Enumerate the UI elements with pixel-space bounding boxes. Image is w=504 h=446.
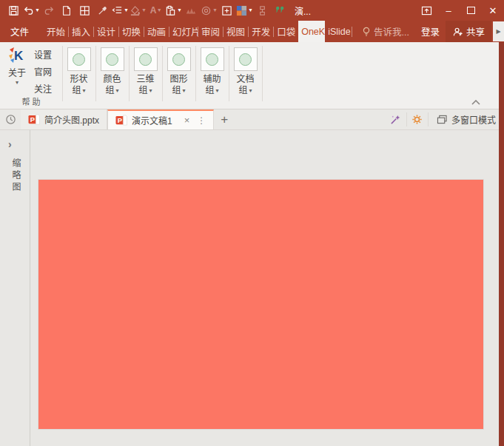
- history-icon[interactable]: [0, 109, 21, 129]
- font-color-icon: A ▾: [147, 0, 164, 21]
- ppt-file-icon: P: [28, 114, 40, 125]
- document-group-button[interactable]: 文档 组▾: [229, 42, 262, 109]
- thumbnail-pane-label[interactable]: 缩略图: [10, 158, 22, 194]
- official-site-link[interactable]: 官网: [34, 63, 52, 80]
- follow-link[interactable]: 关注: [34, 80, 52, 97]
- about-dropdown-icon: ▾: [16, 80, 19, 86]
- new-file-icon[interactable]: [58, 0, 75, 21]
- quotes-icon[interactable]: [271, 0, 289, 21]
- tab-scroll-right-button[interactable]: ▶: [493, 21, 504, 41]
- ribbon-panel: K 关于 ▾ 设置 官网 关注 帮 助 形状 组▾ 颜色 组▾: [0, 42, 504, 109]
- new-tab-button[interactable]: +: [214, 109, 235, 129]
- tab-row-right: 告诉我... 登录 共享 ▶: [356, 21, 504, 42]
- dropdown-icon: ▾: [116, 85, 119, 96]
- dropdown-icon: ▾: [83, 85, 86, 96]
- collapse-ribbon-icon[interactable]: [470, 98, 482, 107]
- windows-icon: [437, 115, 448, 124]
- circle-icon: [206, 53, 218, 66]
- grid-view-icon[interactable]: [75, 0, 93, 21]
- tab-islide[interactable]: iSlide: [325, 21, 352, 42]
- circle-icon: [139, 53, 152, 66]
- dropdown-icon: ▾: [149, 85, 152, 96]
- tab-home[interactable]: 开始: [44, 21, 68, 42]
- slide-canvas[interactable]: [38, 180, 483, 429]
- circle-tool-icon: ▾: [200, 0, 218, 21]
- circle-icon: [106, 53, 118, 66]
- doc-tab-presentation1[interactable]: P 演示文稿1 × ⋮: [107, 109, 214, 129]
- theme-colors-dropdown-icon[interactable]: ▾: [249, 7, 252, 13]
- minimize-button[interactable]: –: [437, 0, 460, 21]
- close-tab-icon[interactable]: ×: [184, 115, 190, 125]
- paste-icon[interactable]: ▾: [164, 0, 182, 21]
- save-icon[interactable]: [4, 0, 22, 21]
- eyedropper-icon[interactable]: [93, 0, 111, 21]
- colors-group-button[interactable]: 颜色 组▾: [95, 42, 129, 109]
- tab-design[interactable]: 设计: [94, 21, 118, 42]
- tab-file[interactable]: 文件: [0, 21, 39, 42]
- fill-color-dropdown-icon: ▾: [142, 7, 145, 13]
- undo-dropdown-icon[interactable]: ▾: [36, 7, 38, 13]
- quick-access-toolbar: ▾ ▾ ▾ A ▾: [0, 0, 289, 21]
- doc-tab-intro[interactable]: P 简介头图.pptx: [21, 109, 107, 129]
- gear-icon[interactable]: [407, 109, 428, 129]
- circle-icon: [239, 53, 252, 66]
- right-edge-strip: [499, 42, 504, 446]
- title-bar: ▾ ▾ ▾ A ▾: [0, 0, 504, 21]
- fill-color-icon: ▾: [129, 0, 147, 21]
- tab-insert[interactable]: 插入: [69, 21, 93, 42]
- document-tab-bar-right: 多窗口模式: [386, 109, 504, 129]
- graphics-group-button[interactable]: 图形 组▾: [162, 42, 195, 109]
- tab-developer[interactable]: 开发: [249, 21, 273, 42]
- share-button[interactable]: 共享: [446, 21, 491, 42]
- tab-divider: [352, 27, 352, 37]
- tab-pocket[interactable]: 口袋: [274, 21, 298, 42]
- close-button[interactable]: ✕: [482, 0, 504, 21]
- window-title: 演...: [295, 4, 311, 17]
- tab-slideshow[interactable]: 幻灯片: [169, 21, 198, 42]
- svg-text:P: P: [118, 117, 122, 124]
- window-controls: – ✕: [415, 0, 504, 21]
- ppt-file-icon: P: [115, 115, 127, 126]
- tab-review[interactable]: 审阅: [198, 21, 223, 42]
- hide-window-icon[interactable]: [415, 0, 437, 21]
- multi-window-mode-button[interactable]: 多窗口模式: [429, 109, 504, 129]
- font-color-dropdown-icon: ▾: [158, 7, 161, 13]
- circle-icon: [172, 53, 185, 66]
- login-button[interactable]: 登录: [415, 21, 446, 42]
- tab-onekey-active[interactable]: OneKey: [298, 21, 325, 42]
- tab-view[interactable]: 视图: [224, 21, 248, 42]
- undo-icon[interactable]: ▾: [22, 0, 40, 21]
- theme-colors-icon[interactable]: ▾: [235, 0, 253, 21]
- doc-tab-label: 演示文稿1: [132, 114, 172, 126]
- share-label: 共享: [466, 24, 485, 38]
- tell-me-button[interactable]: 告诉我...: [356, 21, 415, 42]
- settings-link[interactable]: 设置: [34, 46, 52, 63]
- tab-more-icon[interactable]: ⋮: [197, 116, 206, 125]
- svg-text:K: K: [14, 49, 24, 63]
- help-links: 设置 官网 关注: [34, 46, 52, 97]
- group-divider: [262, 46, 263, 101]
- fit-window-icon[interactable]: [218, 0, 235, 21]
- document-tab-bar: P 简介头图.pptx P 演示文稿1 × ⋮ +: [0, 109, 504, 130]
- tell-me-label: 告诉我...: [374, 24, 409, 38]
- svg-text:P: P: [30, 116, 35, 124]
- magic-wand-icon[interactable]: [386, 109, 406, 129]
- shapes-group-button[interactable]: 形状 组▾: [62, 42, 95, 109]
- threed-group-button[interactable]: 三维 组▾: [129, 42, 162, 109]
- onekey-logo-icon: K: [7, 45, 27, 64]
- assist-group-button[interactable]: 辅助 组▾: [195, 42, 229, 109]
- dropdown-icon: ▾: [183, 85, 186, 96]
- dropdown-icon: ▾: [216, 85, 219, 96]
- about-button[interactable]: K 关于 ▾: [3, 45, 31, 97]
- format-options-dropdown-icon[interactable]: ▾: [124, 7, 127, 13]
- person-add-icon: [452, 27, 463, 37]
- maximize-button[interactable]: [460, 0, 482, 21]
- format-options-icon[interactable]: ▾: [111, 0, 129, 21]
- tab-animations[interactable]: 动画: [144, 21, 169, 42]
- circle-tool-dropdown-icon: ▾: [213, 7, 216, 13]
- paste-dropdown-icon[interactable]: ▾: [178, 7, 181, 13]
- ribbon-tab-row: 文件 开始 插入 设计 切换 动画 幻灯片 审阅 视图 开发 口袋 OneKey…: [0, 21, 504, 42]
- expand-pane-icon[interactable]: ›: [8, 139, 12, 149]
- tab-transitions[interactable]: 切换: [119, 21, 144, 42]
- dropdown-icon: ▾: [249, 85, 252, 96]
